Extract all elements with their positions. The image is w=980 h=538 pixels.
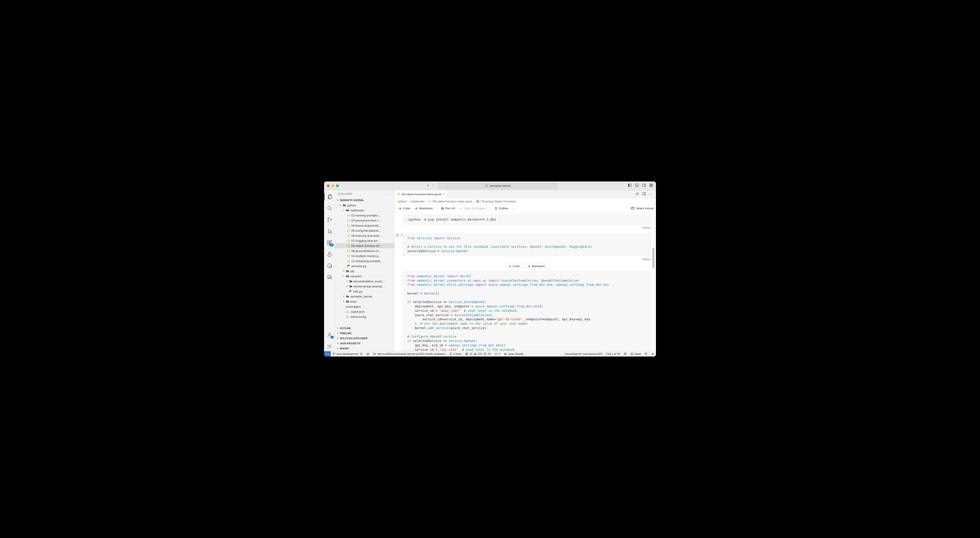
toggle-secondary-sidebar-icon[interactable] — [642, 183, 646, 188]
folder-tests[interactable]: tests — [335, 299, 395, 304]
add-markdown-button[interactable]: Markdown — [413, 206, 434, 211]
insert-markdown-button[interactable]: Markdown — [525, 264, 547, 269]
clear-outputs-button[interactable]: Clear All Outputs — [458, 206, 488, 211]
scrollbar-thumb[interactable] — [652, 248, 655, 268]
file-notebook[interactable]: {}02-running-prompts-… — [335, 213, 395, 218]
breadcrumb[interactable]: python › notebooks › {} 08-native-functi… — [395, 198, 656, 205]
file-cspell[interactable]: {}.cspell.json — [335, 309, 395, 314]
breadcrumb-segment[interactable]: 08-native-function-inline.ipynb — [433, 200, 473, 203]
nav-buttons — [426, 184, 435, 188]
command-center-text: semantic-kernel — [490, 184, 511, 187]
add-code-button[interactable]: Code — [397, 206, 412, 211]
folder-semantic-kernel[interactable]: semantic_kernel — [335, 294, 395, 299]
status-ports[interactable]: 0 — [493, 351, 502, 357]
maximize-window[interactable] — [336, 184, 339, 187]
notebook-cells[interactable]: !python -m pip install semantic-kernel==… — [395, 212, 656, 351]
file-notebook[interactable]: {}03-prompt-function-i… — [335, 218, 395, 223]
remote-indicator[interactable] — [324, 351, 331, 357]
folder-icon — [349, 279, 353, 283]
gear-icon[interactable] — [635, 192, 640, 197]
code-cell[interactable]: from semantic_kernel import Kernel from … — [402, 271, 651, 351]
chevron-down-icon[interactable] — [400, 233, 403, 238]
activity-testing[interactable] — [324, 250, 335, 259]
file-notebook[interactable]: {}11-streaming-complet… — [335, 259, 395, 263]
nav-back[interactable] — [426, 184, 430, 188]
toggle-panel-icon[interactable] — [635, 183, 639, 188]
status-branch[interactable]: java-development — [331, 351, 364, 357]
tab-close-icon[interactable]: × — [443, 192, 445, 196]
section-solution[interactable]: SOLUTION EXPLORER — [335, 336, 395, 341]
status-spell[interactable]: Spell — [628, 352, 643, 355]
file-coveragerc[interactable]: .coveragerc — [335, 304, 395, 309]
activity-scm[interactable] — [324, 215, 335, 224]
customize-layout-icon[interactable] — [649, 183, 653, 188]
activity-remote-explorer[interactable] — [324, 261, 335, 270]
file-services-py[interactable]: services.py — [335, 263, 395, 268]
file-notebook[interactable]: {}07-hugging-face-for-… — [335, 238, 395, 243]
sidebar-more-icon[interactable]: ··· — [388, 192, 391, 195]
insert-code-button[interactable]: Code — [506, 264, 522, 269]
status-bell-icon[interactable] — [649, 352, 656, 355]
status-cell-position[interactable]: Cell 1 of 36 — [604, 352, 622, 355]
project-root[interactable]: SEMANTIC-KERNEL — [335, 198, 395, 203]
code-cell[interactable]: from services import Service # Select a … — [402, 233, 651, 256]
status-prettier-icon[interactable] — [643, 352, 649, 355]
more-icon[interactable]: ··· — [511, 206, 515, 210]
status-feedback-icon[interactable] — [622, 352, 628, 355]
section-java[interactable]: JAVA PROJECTS — [335, 341, 395, 346]
activity-settings[interactable] — [324, 342, 335, 351]
close-window[interactable] — [327, 184, 329, 187]
activity-explorer[interactable] — [324, 192, 335, 201]
nav-forward[interactable] — [431, 184, 435, 188]
command-center[interactable]: semantic-kernel — [438, 183, 558, 189]
activity-extensions[interactable]: 10 — [324, 238, 335, 248]
file-utils-py[interactable]: utils.py — [335, 289, 395, 294]
status-java[interactable]: Java: Ready — [502, 351, 525, 357]
activity-chat[interactable] — [324, 273, 335, 282]
sync-icon[interactable] — [360, 352, 363, 355]
file-notebook[interactable]: {}10-multiple-results-p… — [335, 253, 395, 259]
folder-icon — [346, 270, 349, 273]
file-notebook[interactable]: {}05-using-the-planner… — [335, 228, 395, 233]
folder-notebooks[interactable]: notebooks — [335, 208, 395, 213]
code-cell[interactable]: !python -m pip install semantic-kernel==… — [402, 214, 651, 225]
file-notebook[interactable]: {}09-groundedness-ch… — [335, 248, 395, 253]
status-tests[interactable]: 0 tests — [447, 351, 463, 357]
check-icon — [630, 352, 633, 355]
folder-kernel-syntax[interactable]: kernel-syntax-exampl… — [335, 284, 395, 289]
svg-rect-9 — [650, 186, 651, 187]
folder-doc-examples[interactable]: documentation_exam… — [335, 279, 395, 284]
file-notebook[interactable]: {}04-kernel-arguments… — [335, 223, 395, 228]
file-notebook[interactable]: {}06-memory-and-emb… — [335, 233, 395, 238]
svg-point-25 — [329, 333, 331, 335]
run-all-button[interactable]: Run All — [439, 206, 457, 211]
folder-pip[interactable]: pip — [335, 268, 395, 274]
outline-button[interactable]: Outline — [493, 206, 510, 211]
status-copilot[interactable] — [364, 351, 371, 357]
explorer-sidebar: EXPLORER ··· SEMANTIC-KERNEL python note… — [335, 190, 395, 351]
markdown-icon: M↓ — [476, 200, 480, 203]
split-editor-icon[interactable] — [642, 192, 646, 197]
more-icon[interactable]: ··· — [649, 192, 653, 196]
section-outline[interactable]: OUTLINE — [335, 326, 395, 331]
status-model[interactable]: AzureOpenAI: text-davinci-003 — [563, 352, 604, 355]
status-problems[interactable]: 22 153 19 — [463, 351, 493, 357]
editor-tab-active[interactable]: {} 08-native-function-inline.ipynb × — [395, 190, 447, 198]
section-maven[interactable]: MAVEN — [335, 346, 395, 351]
breadcrumb-segment[interactable]: Running Native Functions — [482, 200, 516, 203]
folder-samples[interactable]: samples — [335, 274, 395, 279]
section-timeline[interactable]: TIMELINE — [335, 331, 395, 336]
file-notebook-active[interactable]: {}08-native-function-inl… — [335, 243, 395, 248]
activity-debug[interactable] — [324, 227, 335, 236]
toggle-primary-sidebar-icon[interactable] — [628, 183, 632, 188]
activity-accounts[interactable]: 1 — [324, 330, 335, 340]
activity-search[interactable] — [324, 203, 335, 213]
minimize-window[interactable] — [331, 184, 334, 187]
breadcrumb-segment[interactable]: notebooks — [410, 200, 424, 203]
status-pr[interactable]: MicrosoftDocs/semantic-kernel-pr#202 nee… — [371, 351, 447, 357]
breadcrumb-segment[interactable]: python — [398, 200, 407, 203]
folder-python[interactable]: python — [335, 203, 395, 208]
select-kernel-button[interactable]: Select Kernel — [631, 206, 654, 210]
run-cell-icon[interactable] — [396, 233, 399, 238]
file-editorconfig[interactable]: .editorconfig — [335, 314, 395, 319]
